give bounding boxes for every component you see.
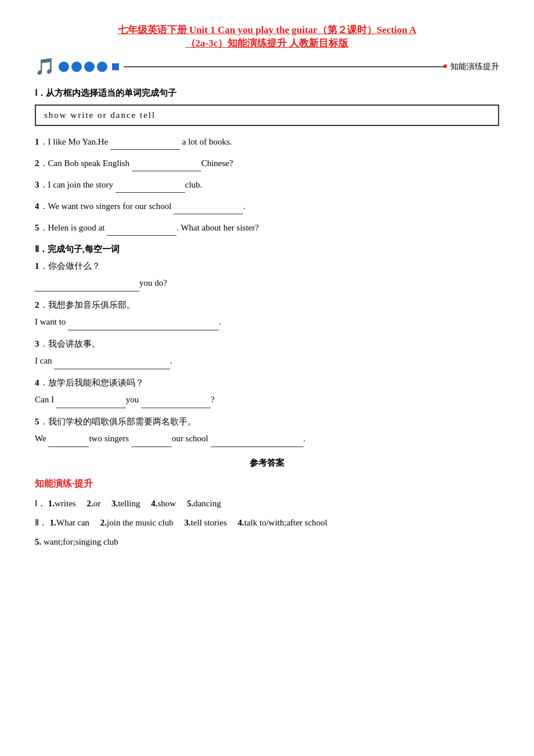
section2-item-1: 1．你会做什么？ you do? — [35, 261, 499, 291]
ans-5: 5.dancing — [187, 499, 221, 508]
zh-text: 4．放学后我能和您谈谈吗？ — [35, 377, 499, 388]
zh-text: 2．我想参加音乐俱乐部。 — [35, 300, 499, 311]
item-text: ．Can Bob speak English — [39, 159, 132, 168]
item-num: 4 — [35, 201, 39, 211]
item-text2: . — [243, 201, 246, 211]
item-text2: Chinese? — [201, 159, 233, 168]
en-text: you do? — [35, 274, 499, 291]
dot-4 — [97, 62, 107, 72]
item-text2: a lot of books. — [180, 137, 232, 146]
dot-3 — [84, 62, 95, 72]
word-box: show write or dance tell — [35, 105, 499, 126]
blank-2-4b — [141, 398, 211, 408]
blank-2-5c — [211, 437, 304, 447]
item-num: 2 — [35, 159, 39, 168]
section1-list: 1．I like Mo Yan.He a lot of books. 2．Can… — [35, 134, 499, 236]
section2-item-5: 5．我们学校的唱歌俱乐部需要两名歌手。 We two singers our s… — [35, 416, 499, 447]
item-text: ．Helen is good at — [39, 223, 107, 232]
blank-1-1 — [110, 139, 180, 150]
ans2-5-num: 5. — [35, 537, 41, 546]
section1-header: Ⅰ．从方框内选择适当的单词完成句子 — [35, 88, 499, 99]
ans-label: Ⅰ． — [35, 499, 46, 508]
banner-line — [124, 66, 447, 67]
title-line1: 七年级英语下册 Unit 1 Can you play the guitar（第… — [35, 23, 499, 37]
blank-1-5 — [107, 225, 176, 236]
list-item: 5．Helen is good at . What about her sist… — [35, 220, 499, 236]
section2-header: Ⅱ．完成句子,每空一词 — [35, 244, 499, 255]
answers-section2-5: 5. want;for;singing club — [35, 534, 499, 550]
section2-item-4: 4．放学后我能和您谈谈吗？ Can I you ? — [35, 377, 499, 408]
ans2-1: 1.What can — [50, 518, 98, 527]
answers-section: 知能演练·提升 Ⅰ． 1.writes 2.or 3.telling 4.sho… — [35, 478, 499, 550]
answers-title: 知能演练·提升 — [35, 478, 499, 490]
ans2-2: 2.join the music club — [100, 518, 182, 527]
blank-1-2 — [132, 161, 201, 171]
section2-item-2: 2．我想参加音乐俱乐部。 I want to . — [35, 300, 499, 330]
list-item: 3．I can join the story club. — [35, 177, 499, 193]
zh-text: 5．我们学校的唱歌俱乐部需要两名歌手。 — [35, 416, 499, 427]
dot-2 — [71, 62, 82, 72]
ans-label2: Ⅱ． — [35, 518, 48, 527]
ans-2: 2.or — [86, 499, 109, 508]
banner-icon: 🎵 — [35, 57, 55, 76]
blank-2-1a — [35, 281, 139, 291]
item-text2: . What about her sister? — [176, 223, 259, 232]
blank-2-2 — [68, 320, 219, 330]
banner-line-container: 知能演练提升 — [124, 62, 499, 72]
item-num: 1 — [35, 137, 39, 146]
title-line2: （2a-3c）知能演练提升 人教新目标版 — [35, 37, 499, 50]
page-title: 七年级英语下册 Unit 1 Can you play the guitar（第… — [35, 23, 499, 50]
zh-text: 1．你会做什么？ — [35, 261, 499, 272]
dots-row — [59, 62, 107, 72]
section2-item-3: 3．我会讲故事。 I can . — [35, 339, 499, 369]
header-banner: 🎵 知能演练提升 — [35, 57, 499, 76]
list-item: 4．We want two singers for our school . — [35, 199, 499, 214]
blank-2-5a — [48, 437, 89, 447]
ans-1: 1.writes — [48, 499, 85, 508]
en-text: We two singers our school . — [35, 430, 499, 447]
item-num: 5 — [35, 223, 39, 232]
en-text: I want to . — [35, 313, 499, 330]
list-item: 2．Can Bob speak English Chinese? — [35, 156, 499, 171]
banner-label: 知能演练提升 — [450, 62, 499, 72]
blank-1-4 — [174, 204, 243, 214]
ans2-3: 3.tell stories — [184, 518, 235, 527]
item-text: ．I can join the story — [39, 180, 116, 189]
item-num: 3 — [35, 180, 39, 189]
blank-2-5b — [131, 437, 172, 447]
en-text: Can I you ? — [35, 391, 499, 408]
dot-1 — [59, 62, 69, 72]
ref-title: 参考答案 — [35, 458, 499, 469]
music-note-icon: 🎵 — [35, 57, 55, 76]
item-text2: club. — [185, 180, 203, 189]
ans-4: 4.show — [151, 499, 185, 508]
answers-section1: Ⅰ． 1.writes 2.or 3.telling 4.show 5.danc… — [35, 496, 499, 512]
ans-3: 3.telling — [111, 499, 149, 508]
list-item: 1．I like Mo Yan.He a lot of books. — [35, 134, 499, 150]
item-text: ．We want two singers for our school — [39, 201, 174, 211]
item-text: ．I like Mo Yan.He — [39, 137, 111, 146]
answers-section2-header: Ⅱ． 1.What can 2.join the music club 3.te… — [35, 515, 499, 531]
zh-text: 3．我会讲故事。 — [35, 339, 499, 350]
blank-2-3 — [54, 359, 170, 369]
ans2-5: want;for;singing club — [44, 537, 118, 546]
en-text: I can . — [35, 352, 499, 369]
ans2-4: 4.talk to/with;after school — [237, 518, 327, 527]
blank-2-4a — [56, 398, 126, 408]
banner-square-icon — [112, 63, 119, 70]
blank-1-3 — [116, 182, 185, 193]
